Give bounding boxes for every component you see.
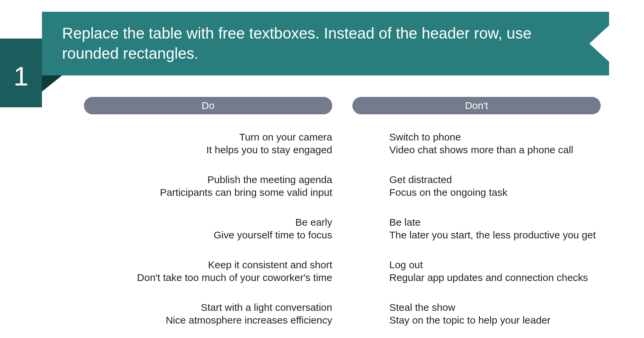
- header-dont-label: Don't: [465, 100, 488, 111]
- dont-item-title: Get distracted: [389, 173, 638, 186]
- list-item: Be early Give yourself time to focus: [84, 216, 332, 241]
- list-item: Switch to phone Video chat shows more th…: [389, 131, 638, 156]
- list-item: Get distracted Focus on the ongoing task: [389, 173, 638, 199]
- slide-number: 1: [13, 61, 29, 92]
- slide-title: Replace the table with free textboxes. I…: [62, 23, 569, 64]
- do-item-title: Keep it consistent and short: [84, 259, 332, 271]
- do-column: Turn on your camera It helps you to stay…: [84, 131, 332, 338]
- list-item: Keep it consistent and short Don't take …: [84, 259, 332, 284]
- do-item-sub: Give yourself time to focus: [84, 229, 332, 241]
- do-item-title: Start with a light conversation: [84, 301, 332, 314]
- slide-number-tab: 1: [0, 39, 42, 107]
- do-item-sub: It helps you to stay engaged: [84, 144, 332, 156]
- list-item: Turn on your camera It helps you to stay…: [84, 131, 332, 156]
- list-item: Start with a light conversation Nice atm…: [84, 301, 332, 326]
- do-item-sub: Participants can bring some valid input: [84, 186, 332, 199]
- slide-number-fold: [42, 75, 62, 92]
- do-item-sub: Don't take too much of your coworker's t…: [84, 271, 332, 284]
- list-item: Publish the meeting agenda Participants …: [84, 173, 332, 199]
- list-item: Steal the show Stay on the topic to help…: [389, 301, 638, 326]
- dont-item-sub: The later you start, the less productive…: [389, 229, 638, 241]
- title-ribbon: Replace the table with free textboxes. I…: [42, 12, 609, 75]
- dont-item-title: Switch to phone: [389, 131, 638, 144]
- do-item-sub: Nice atmosphere increases efficiency: [84, 314, 332, 327]
- do-item-title: Be early: [84, 216, 332, 229]
- dont-item-title: Be late: [389, 216, 638, 229]
- header-do-label: Do: [202, 100, 214, 111]
- dont-item-sub: Video chat shows more than a phone call: [389, 144, 638, 156]
- do-item-title: Publish the meeting agenda: [84, 173, 332, 186]
- dont-item-title: Steal the show: [389, 301, 638, 314]
- do-item-title: Turn on your camera: [84, 131, 332, 144]
- header-pill-dont: Don't: [352, 97, 601, 114]
- dont-column: Switch to phone Video chat shows more th…: [389, 131, 638, 338]
- dont-item-sub: Regular app updates and connection check…: [389, 271, 638, 284]
- list-item: Log out Regular app updates and connecti…: [389, 259, 638, 284]
- header-pill-do: Do: [84, 97, 332, 114]
- dont-item-title: Log out: [389, 259, 638, 271]
- dont-item-sub: Stay on the topic to help your leader: [389, 314, 638, 327]
- list-item: Be late The later you start, the less pr…: [389, 216, 638, 241]
- dont-item-sub: Focus on the ongoing task: [389, 186, 638, 199]
- ribbon-notch-icon: [589, 25, 609, 62]
- slide: 1 Replace the table with free textboxes.…: [0, 0, 644, 338]
